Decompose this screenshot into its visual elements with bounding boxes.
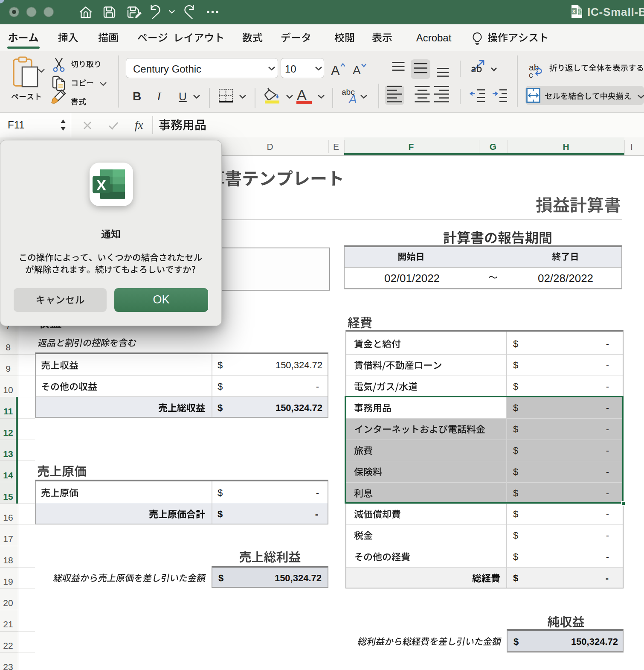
svg-text:c: c [529, 70, 533, 79]
svg-text:X: X [572, 9, 576, 14]
svg-text:X: X [96, 177, 107, 193]
